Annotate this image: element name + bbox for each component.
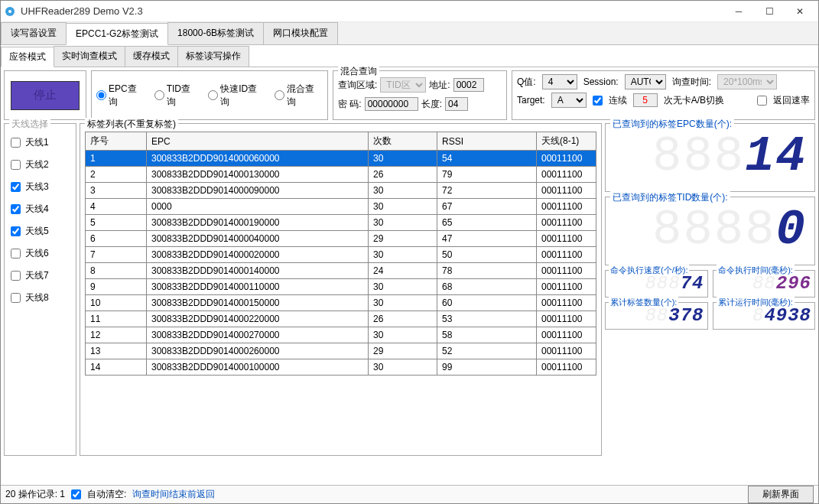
minimize-button[interactable]: ─ [723,1,754,22]
autoclear-checkbox[interactable] [71,489,81,499]
len-input[interactable] [445,97,468,111]
maximize-button[interactable]: ☐ [754,1,785,22]
titlebar: UHFReader289 Demo V2.3 ─ ☐ ✕ [1,1,818,22]
interval-label: 询查时间: [672,76,711,89]
status-message: 询查时间结束前返回 [132,488,215,501]
close-button[interactable]: ✕ [785,1,815,22]
table-row[interactable]: 40000306700011100 [86,199,596,215]
area-select[interactable]: TID区 [380,77,426,93]
autoclear-label: 自动清空: [87,488,126,501]
table-header[interactable]: EPC [147,132,369,151]
epc-count-label: 已查询到的标签EPC数量(个): [610,118,734,131]
len-label: 长度: [421,98,442,111]
refresh-button[interactable]: 刷新界面 [748,486,814,503]
returnrate-label: 返回速率 [773,94,810,107]
interval-select[interactable]: 20*100ms [717,74,777,89]
main-tabs: 读写器设置EPCC1-G2标签测试18000-6B标签测试网口模块配置 [1,22,818,45]
table-row[interactable]: 1300833B2DDD9014000060000305400011100 [86,151,596,167]
continuous-checkbox[interactable] [593,96,603,106]
table-header[interactable]: 次数 [369,132,437,151]
target-select[interactable]: A [551,93,587,108]
tag-table-panel: 标签列表(不重复标签) 序号EPC次数RSSI天线(8-1) 1300833B2… [80,123,602,456]
antenna-3[interactable]: 天线3 [11,180,70,193]
table-row[interactable]: 6300833B2DDD9014000040000294700011100 [86,231,596,247]
addr-input[interactable] [453,78,484,92]
table-row[interactable]: 14300833B2DDD9014000100000309900011100 [86,359,596,376]
switch-label: 次无卡A/B切换 [664,94,724,107]
antenna-2[interactable]: 天线2 [11,158,70,171]
antenna-4[interactable]: 天线4 [11,203,70,216]
addr-label: 地址: [429,79,450,92]
session-label: Session: [583,76,619,87]
total-label: 累计标签数量(个): [609,297,678,308]
table-row[interactable]: 5300833B2DDD9014000190000306500011100 [86,215,596,231]
table-row[interactable]: 3300833B2DDD9014000090000307200011100 [86,183,596,199]
table-header[interactable]: 序号 [86,132,147,151]
table-row[interactable]: 12300833B2DDD9014000270000305800011100 [86,327,596,343]
oplog-prefix: 20 操作记录: 1 [5,488,65,501]
query-radio-2[interactable]: 快速ID查询 [208,83,265,109]
continuous-count[interactable] [633,93,658,107]
table-row[interactable]: 7300833B2DDD9014000020000305000011100 [86,247,596,263]
antenna-1[interactable]: 天线1 [11,136,70,149]
sub-tab-1[interactable]: 实时询查模式 [54,46,125,67]
table-header[interactable]: RSSI [437,132,537,151]
window-title: UHFReader289 Demo V2.3 [21,5,723,17]
stop-button[interactable]: 停止 [11,81,80,110]
tid-count-display: 88880 [610,200,810,260]
pwd-input[interactable] [365,97,418,111]
table-row[interactable]: 9300833B2DDD9014000110000306800011100 [86,279,596,295]
continuous-label: 连续 [609,94,627,107]
table-row[interactable]: 10300833B2DDD9014000150000306000011100 [86,295,596,311]
query-radio-3[interactable]: 混合查询 [275,83,323,109]
epc-count-display: 88814 [610,127,810,187]
antenna-6[interactable]: 天线6 [11,247,70,260]
runtime-label: 累计运行时间(毫秒): [717,297,795,308]
stats-panel: 已查询到的标签EPC数量(个): 88814 已查询到的标签TID数量(个): … [605,123,815,456]
sub-tab-3[interactable]: 标签读写操作 [177,46,249,67]
pwd-label: 密 码: [338,98,362,111]
table-header[interactable]: 天线(8-1) [537,132,596,151]
target-label: Target: [517,95,545,106]
antenna-legend: 天线选择 [9,118,50,131]
sub-tab-0[interactable]: 应答模式 [1,47,54,67]
sub-tab-2[interactable]: 缓存模式 [125,46,178,67]
query-radio-1[interactable]: TID查询 [154,83,199,109]
sub-tabs: 应答模式实时询查模式缓存模式标签读写操作 [1,45,818,67]
antenna-8[interactable]: 天线8 [11,291,70,304]
app-icon [4,5,16,18]
stop-box: 停止 [4,70,86,120]
session-select[interactable]: AUTO [625,74,666,89]
antenna-7[interactable]: 天线7 [11,269,70,282]
query-mode-group: EPC查询TID查询快速ID查询混合查询 [91,70,328,120]
status-bar: 20 操作记录: 1 自动清空: 询查时间结束前返回 刷新界面 [1,485,818,503]
main-tab-1[interactable]: EPCC1-G2标签测试 [66,23,168,45]
antenna-5[interactable]: 天线5 [11,225,70,238]
q-label: Q值: [517,76,536,89]
main-tab-3[interactable]: 网口模块配置 [263,22,338,44]
area-label: 查询区域: [338,79,377,92]
table-row[interactable]: 13300833B2DDD9014000260000295200011100 [86,343,596,359]
main-tab-0[interactable]: 读写器设置 [1,22,67,44]
main-tab-2[interactable]: 18000-6B标签测试 [167,22,264,44]
table-row[interactable]: 8300833B2DDD9014000140000247800011100 [86,263,596,279]
mixed-legend: 混合查询 [338,65,379,78]
svg-point-1 [8,10,11,13]
tag-table[interactable]: 序号EPC次数RSSI天线(8-1) 1300833B2DDD901400006… [85,132,596,376]
table-row[interactable]: 11300833B2DDD9014000220000265300011100 [86,311,596,327]
params-group: Q值: 4 Session: AUTO 询查时间: 20*100ms Targe… [512,70,815,120]
table-legend: 标签列表(不重复标签) [85,118,178,131]
antenna-panel: 天线选择 天线1天线2天线3天线4天线5天线6天线7天线8 [4,123,76,456]
table-row[interactable]: 2300833B2DDD9014000130000267900011100 [86,167,596,183]
mixed-query-group: 混合查询 查询区域: TID区 地址: 密 码: 长度: [333,70,507,120]
q-select[interactable]: 4 [542,74,577,89]
query-radio-0[interactable]: EPC查询 [96,83,145,109]
time-label: 命令执行时间(毫秒): [717,265,795,276]
tid-count-label: 已查询到的标签TID数量(个): [610,191,730,204]
speed-label: 命令执行速度(个/秒): [609,265,689,276]
returnrate-checkbox[interactable] [757,96,767,106]
